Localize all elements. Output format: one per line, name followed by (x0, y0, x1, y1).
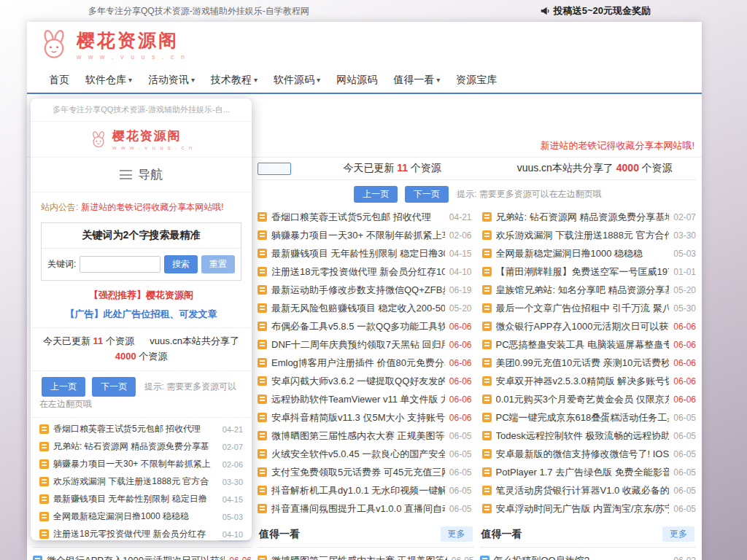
resource-title: 安卓闪截大师v3.6.2 一键提取QQ好友发的闪照 (271, 375, 445, 388)
chevron-down-icon: ▾ (128, 76, 132, 84)
submit-reward-notice[interactable]: 投稿送5~20元现金奖励 (540, 4, 651, 18)
resource-list-item[interactable]: 最后一个文章广告位招租中 引千万流 聚八方 05-30 (482, 299, 697, 317)
doc-icon (482, 358, 492, 368)
site-logo[interactable]: 樱花资源阁 w w w . v u u s . c n (37, 28, 187, 61)
resource-list-item[interactable]: 最新运动助手修改步数支持微信QQ+ZFB步 06-19 (258, 281, 472, 299)
nav-item[interactable]: 软件源码 ▾ (274, 74, 320, 87)
resource-date: 06-06 (229, 556, 252, 560)
prev-page-button[interactable]: 上一页 (42, 377, 85, 397)
worth-list-item[interactable]: 微众银行APP存入1000元活期次日可以获得无门 06-06 (33, 551, 252, 560)
doc-icon (482, 486, 492, 495)
resource-list-item[interactable]: 兄弟站: 钻石资源网 精品资源免费分享基 02-07 (39, 438, 243, 456)
nav-item[interactable]: 活动资讯 ▾ (148, 74, 195, 87)
resource-date: 02-06 (222, 460, 243, 469)
resource-list-item[interactable]: Todesk远程控制软件 极致流畅的远程协助工具 06-05 (482, 427, 697, 445)
worth-list-item[interactable]: 怎么投稿到QQ皇族馆? 06-02 (480, 551, 697, 560)
resource-list-item[interactable]: Emlog博客用户注册插件 价值80元免费分享 06-06 (258, 354, 472, 372)
resource-list-item[interactable]: 布偶必备工具v5.8.5 一款QQ多功能工具软件 06-06 (258, 317, 472, 335)
resource-list-item[interactable]: 最新赚钱项目 无年龄性别限制 稳定日撸 04-15 (39, 491, 243, 508)
panel-logo[interactable]: 樱花资源阁 w w w . v u u s . c n (31, 122, 252, 158)
today-resource-list: 香烟口粮芙蓉王试货5元包邮 招收代理 04-21 躺赚暴力项目一天30+ 不限制… (258, 208, 472, 518)
nav-item[interactable]: 首页 ▾ (49, 74, 69, 87)
search-button[interactable]: 搜索 (164, 255, 198, 273)
resource-list-item[interactable]: PC端一键完成京东618叠蛋糕活动任务工具 06-05 (482, 408, 697, 427)
resource-list-item[interactable]: 【莆田潮牌鞋服】免费送空军一号匡威1970s 01-01 (482, 262, 697, 281)
resource-list-item[interactable]: 欢乐游戏漏洞 下载注册送1888元 官方合作 03-30 (482, 226, 697, 244)
doc-icon (258, 413, 267, 422)
worth-list-item[interactable]: 微博晒图第三届性感内衣大赛 正规美图等你欣赏 06-05 (258, 551, 474, 560)
panel-pagination: 上一页 下一页 提示: 需要更多资源可以在左边翻页哦 (31, 371, 252, 418)
resource-list-item[interactable]: 微博晒图第三届性感内衣大赛 正规美图等你欣赏 06-05 (258, 427, 472, 445)
total-count: 4000 (616, 162, 639, 174)
nav-item[interactable]: 值得一看 ▾ (393, 74, 440, 87)
resource-list-item[interactable]: 全网最新稳定漏洞日撸1000 稳稳稳 05-03 (482, 244, 697, 262)
more-button[interactable]: 更多 (662, 526, 694, 542)
resource-list-item[interactable]: 香烟口粮芙蓉王试货5元包邮 招收代理 04-21 (39, 421, 243, 438)
nav-item[interactable]: 软件仓库 ▾ (85, 74, 132, 87)
resource-list-item[interactable]: 注册送18元零投资做代理 新会员分红存1000 04-10 (258, 262, 472, 281)
resource-list-item[interactable]: 0.01元购买3个月爱奇艺黄金会员 仅限京东白条 06-06 (482, 390, 697, 408)
resource-list-item[interactable]: PotPlayer 1.7 去广告绿色版 免费全能影音播 06-05 (482, 463, 697, 481)
resource-list-item[interactable]: 最新赚钱项目 无年龄性别限制 稳定日撸300+ 04-15 (258, 244, 472, 262)
resource-date: 06-05 (673, 449, 696, 459)
doc-icon (482, 249, 492, 258)
resource-title: 注册送18元零投资做代理 新会员分红存1000 (271, 265, 445, 279)
resource-list-item[interactable]: 美团0.99元充值10元话费 亲测10元话费秒到 06-06 (482, 354, 697, 372)
doc-icon (482, 267, 492, 276)
panel-resource-list: 香烟口粮芙蓉王试货5元包邮 招收代理 04-21 兄弟站: 钻石资源网 精品资源… (31, 418, 252, 540)
resource-date: 06-05 (673, 413, 696, 423)
resource-list-item[interactable]: 注册送18元零投资做代理 新会员分红存 04-10 (39, 526, 243, 540)
resource-list-item[interactable]: 远程协助软件TeamViewer v11 单文件版 方便 06-06 (258, 390, 472, 408)
resource-list-item[interactable]: 微众银行APP存入1000元活期次日可以获得无 06-06 (482, 317, 697, 335)
panel-announce-text: 新进站的老铁记得收藏分享本网站哦! (81, 201, 223, 214)
resource-list-item[interactable]: 支付宝免费领取5元话费券 可45元充值三网50 06-05 (258, 463, 472, 481)
resource-date: 05-20 (449, 303, 472, 314)
megaphone-icon (540, 6, 550, 16)
total-prefix: vuus.cn本站共分享了 (150, 335, 239, 346)
resource-list-item[interactable]: 抖音直播间氛围提升工具v1.0.0 直播间自动发 06-05 (258, 499, 472, 518)
brand-domain: w w w . v u u s . c n (77, 53, 187, 61)
resource-list-item[interactable]: PC恶搞整蛊安装工具 电脑装逼屏幕整蛊专家 效 06-06 (482, 335, 697, 354)
promo-recommend[interactable]: 【强烈推荐】樱花资源阁 (31, 289, 252, 302)
next-page-button[interactable]: 下一页 (405, 186, 449, 203)
prev-page-button[interactable]: 上一页 (354, 186, 398, 203)
reset-button[interactable]: 重置 (201, 255, 235, 273)
resource-date: 06-05 (449, 504, 472, 514)
resource-list-item[interactable]: 安卓浮动时间无广告版 内置淘宝/京东/苏宁/拼 06-05 (482, 499, 697, 518)
resource-list-item[interactable]: 安卓闪截大师v3.6.2 一键提取QQ好友发的闪照 06-06 (258, 372, 472, 390)
resource-title: 安卓抖音精简版v11.3 仅5M大小 支持账号登录 (271, 411, 445, 424)
main-nav: 首页 ▾ 软件仓库 ▾ 活动资讯 ▾ 技术教程 ▾ 软件源码 ▾ (27, 67, 702, 94)
resource-list-item[interactable]: 安卓最新版的微信支持修改微信号了! IOS版 06-05 (482, 445, 697, 463)
nav-item[interactable]: 网站源码 ▾ (336, 74, 377, 87)
resource-list-item[interactable]: 躺赚暴力项目一天30+ 不限制年龄抓紧上 02-06 (39, 456, 243, 473)
resource-list-item[interactable]: 躺赚暴力项目一天30+ 不限制年龄抓紧上车 02-06 (258, 226, 472, 244)
resource-list-item[interactable]: 最新无风险包赔赚钱项目 稳定收入200-500元 05-20 (258, 299, 472, 317)
next-page-button[interactable]: 下一页 (92, 377, 136, 397)
resource-list-item[interactable]: 欢乐游戏漏洞 下载注册送1888元 官方合 03-30 (39, 473, 243, 491)
resource-list-item[interactable]: 安卓双开神器v2.5.3.0精简版 解决多账号切换 06-06 (482, 372, 697, 390)
resource-date: 06-02 (673, 556, 696, 560)
doc-icon (258, 486, 267, 495)
resource-list-item[interactable]: 抖音解析机工具dy1.0.1 无水印视频一键解析软件 06-05 (258, 481, 472, 499)
doc-icon (258, 249, 267, 258)
doc-icon (482, 504, 492, 513)
more-button[interactable]: 更多 (441, 526, 473, 542)
resource-list-item[interactable]: DNF十二周年庆典预约领取7天黑钻 回归用户 06-06 (258, 335, 472, 354)
search-box: 关键词为2个字搜索最精准 关键词: 搜索 重置 (41, 222, 241, 281)
keyword-input[interactable] (80, 256, 160, 273)
partial-tab-fragment[interactable] (258, 163, 291, 175)
resource-list-item[interactable]: 笔灵活动房贷银行计算器V1.0 收藏必备的一款软 06-05 (482, 481, 697, 499)
nav-item[interactable]: 技术教程 ▾ (211, 74, 258, 87)
panel-nav-toggle[interactable]: 导航 (31, 158, 252, 192)
resource-list-item[interactable]: 全网最新稳定漏洞日撸1000 稳稳稳 05-03 (39, 508, 243, 526)
nav-item[interactable]: 资源宝库 ▾ (456, 74, 497, 87)
resource-list-item[interactable]: 皇族馆兄弟站: 知名分享吧 精品资源分享基地 05-20 (482, 281, 697, 299)
resource-list-item[interactable]: 兄弟站: 钻石资源网 精品资源免费分享基地 02-07 (482, 208, 697, 226)
resource-list-item[interactable]: 火绒安全软件v5.0.45 一款良心的国产安全软件 06-05 (258, 445, 472, 463)
worth-header: 值得一看 更多 (480, 521, 697, 548)
resource-list-item[interactable]: 安卓抖音精简版v11.3 仅5M大小 支持账号登录 06-06 (258, 408, 472, 427)
resource-title: 皇族馆兄弟站: 知名分享吧 精品资源分享基地 (496, 284, 670, 297)
promo-ad[interactable]: 【广告】此处广告位招租、可发文章 (31, 308, 252, 321)
resource-list-item[interactable]: 香烟口粮芙蓉王试货5元包邮 招收代理 04-21 (258, 208, 472, 226)
resource-date: 06-19 (449, 285, 472, 295)
